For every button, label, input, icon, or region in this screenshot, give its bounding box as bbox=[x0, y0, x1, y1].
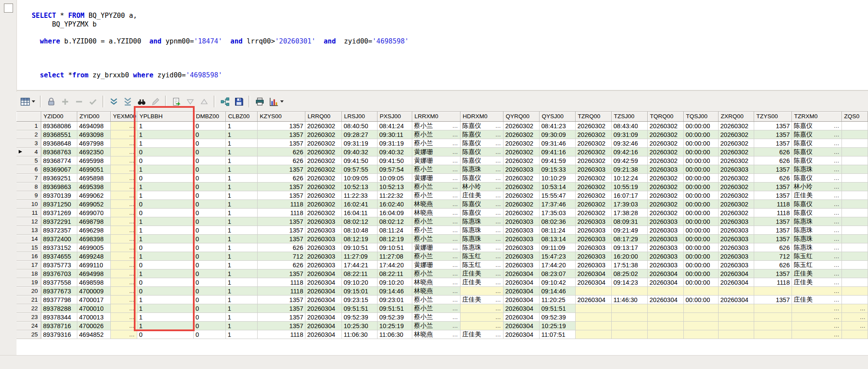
cell-lrsj00[interactable]: 08:10:48 bbox=[342, 226, 378, 235]
cell-dmbz00[interactable]: 0 bbox=[194, 243, 226, 252]
cell-zqs00[interactable] bbox=[842, 191, 868, 200]
cell-tzrq00[interactable]: 20260304 bbox=[576, 296, 612, 304]
cell-qyrq00[interactable]: 20260304 bbox=[504, 330, 540, 339]
cell-tzrq00[interactable]: 20260303 bbox=[576, 261, 612, 269]
cell-ellipsis-button[interactable]: … bbox=[127, 324, 135, 328]
cell-ellipsis-button[interactable]: … bbox=[494, 237, 501, 241]
cell-tzsj00[interactable]: 16:07:17 bbox=[612, 191, 648, 200]
cell-ellipsis-button[interactable]: … bbox=[127, 185, 135, 189]
cell-lrsj00[interactable]: 10:25:30 bbox=[342, 322, 378, 330]
cell-tzsj00[interactable]: 17:51:38 bbox=[612, 261, 648, 269]
cell-ellipsis-button[interactable]: … bbox=[127, 298, 135, 302]
cell-tzrxm0[interactable]: 陈嘉仪… bbox=[792, 156, 842, 165]
cell-zqs00[interactable] bbox=[842, 330, 868, 339]
cell-lrsj00[interactable]: 16:02:41 bbox=[342, 200, 378, 209]
cell-ellipsis-button[interactable]: … bbox=[451, 306, 458, 311]
cell-yexm00[interactable]: … bbox=[111, 174, 137, 183]
cell-qysj00[interactable]: 09:52:39 bbox=[540, 313, 576, 322]
row-number-cell[interactable]: 11 bbox=[17, 209, 41, 217]
cell-lrrq00[interactable]: 20260303 bbox=[305, 217, 342, 226]
cell-tzys00[interactable] bbox=[754, 287, 792, 296]
cell-pxsj00[interactable]: 09:30:11 bbox=[378, 130, 412, 139]
cell-tqsj00[interactable]: 00:00:00 bbox=[684, 139, 719, 148]
cell-tzrq00[interactable]: 20260302 bbox=[576, 174, 612, 183]
cell-yplbbh[interactable]: 1 bbox=[137, 130, 194, 139]
cell-zqs00[interactable] bbox=[842, 296, 868, 304]
row-number-cell[interactable]: 7 bbox=[17, 174, 41, 183]
row-number-cell[interactable]: 21 bbox=[17, 296, 41, 304]
cell-tzsj00[interactable]: 10:55:19 bbox=[612, 183, 648, 191]
cell-dmbz00[interactable]: 0 bbox=[194, 183, 226, 191]
cell-tzrq00[interactable]: 20260302 bbox=[576, 130, 612, 139]
cell-lrsj00[interactable]: 08:02:12 bbox=[342, 217, 378, 226]
cell-qyrq00[interactable]: 20260303 bbox=[504, 226, 540, 235]
cell-tzrxm0[interactable]: … bbox=[792, 304, 842, 313]
cell-kzys00[interactable]: 1357 bbox=[258, 322, 305, 330]
cell-zqs00[interactable] bbox=[842, 278, 868, 287]
cell-ellipsis-button[interactable]: … bbox=[451, 202, 458, 206]
column-header-yzid00[interactable]: YZID00 bbox=[41, 112, 77, 122]
cell-dmbz00[interactable]: 0 bbox=[194, 165, 226, 174]
cell-lrrq00[interactable]: 20260304 bbox=[305, 278, 342, 287]
cell-tqrq00[interactable]: 20260302 bbox=[648, 156, 684, 165]
cell-yexm00[interactable]: … bbox=[111, 296, 137, 304]
cell-yzid00[interactable]: 89379316 bbox=[41, 330, 77, 339]
cell-hdrxm0[interactable]: 陈惠珠… bbox=[461, 235, 504, 243]
cell-tqsj00[interactable]: 00:00:00 bbox=[684, 296, 719, 304]
cell-ellipsis-button[interactable]: … bbox=[451, 237, 458, 241]
cell-dmbz00[interactable]: 0 bbox=[194, 330, 226, 339]
cell-yexm00[interactable]: … bbox=[111, 304, 137, 313]
cell-tzrq00[interactable] bbox=[576, 304, 612, 313]
cell-yplbbh[interactable]: 1 bbox=[137, 165, 194, 174]
cell-zxrq00[interactable]: 20260303 bbox=[719, 261, 754, 269]
cell-kzys00[interactable]: 1118 bbox=[258, 330, 305, 339]
cell-ellipsis-button[interactable]: … bbox=[451, 332, 458, 337]
cell-pxsj00[interactable]: 08:41:24 bbox=[378, 122, 412, 130]
row-number-cell[interactable]: 10 bbox=[17, 200, 41, 209]
cell-ellipsis-button[interactable]: … bbox=[494, 211, 501, 215]
cell-ellipsis-button[interactable]: … bbox=[127, 133, 135, 137]
column-header-qyrq00[interactable]: QYRQ00 bbox=[504, 112, 540, 122]
cell-zqs00[interactable] bbox=[842, 252, 868, 261]
cell-ellipsis-button[interactable]: … bbox=[127, 141, 135, 146]
cell-zqs00[interactable]: … bbox=[842, 313, 868, 322]
cell-yexm00[interactable]: … bbox=[111, 322, 137, 330]
column-header-pxsj00[interactable]: PXSJ00 bbox=[378, 112, 412, 122]
cell-lrsj00[interactable]: 10:09:05 bbox=[342, 174, 378, 183]
cell-tzrq00[interactable]: 20260302 bbox=[576, 156, 612, 165]
cell-yplbbh[interactable]: 1 bbox=[137, 122, 194, 130]
cell-tzrxm0[interactable]: 陈嘉仪… bbox=[792, 122, 842, 130]
row-number-cell[interactable]: 2 bbox=[17, 130, 41, 139]
cell-ellipsis-button[interactable]: … bbox=[451, 185, 458, 189]
cell-lrrxm0[interactable]: 蔡小兰… bbox=[412, 304, 461, 313]
cell-lrrxm0[interactable]: 黄娜珊… bbox=[412, 148, 461, 156]
cell-qyrq00[interactable]: 20260302 bbox=[504, 156, 540, 165]
cell-tzsj00[interactable]: 09:42:16 bbox=[612, 148, 648, 156]
cell-yexm00[interactable]: … bbox=[111, 139, 137, 148]
cell-kzys00[interactable]: 1118 bbox=[258, 209, 305, 217]
find-button[interactable] bbox=[135, 95, 148, 108]
cell-yplbbh[interactable]: 1 bbox=[137, 183, 194, 191]
cell-yzid00[interactable]: 89372400 bbox=[41, 235, 77, 243]
cell-ellipsis-button[interactable]: … bbox=[127, 159, 135, 163]
cell-qyrq00[interactable]: 20260304 bbox=[504, 269, 540, 278]
cell-dmbz00[interactable]: 0 bbox=[194, 130, 226, 139]
cell-dmbz00[interactable]: 0 bbox=[194, 156, 226, 165]
cell-ellipsis-button[interactable]: … bbox=[494, 176, 501, 180]
cell-tzrxm0[interactable]: 庄佳美… bbox=[792, 269, 842, 278]
cell-tqsj00[interactable]: 00:00:00 bbox=[684, 261, 719, 269]
cell-dmbz00[interactable]: 0 bbox=[194, 313, 226, 322]
cell-yplbbh[interactable]: 1 bbox=[137, 235, 194, 243]
cell-tqrq00[interactable]: 20260304 bbox=[648, 278, 684, 287]
cell-ellipsis-button[interactable]: … bbox=[451, 193, 458, 198]
cell-zyid00[interactable]: 4698398 bbox=[77, 235, 111, 243]
cell-qyrq00[interactable]: 20260304 bbox=[504, 296, 540, 304]
cell-yexm00[interactable]: … bbox=[111, 278, 137, 287]
cell-yplbbh[interactable]: 1 bbox=[137, 226, 194, 235]
column-header-lrrq00[interactable]: LRRQ00 bbox=[305, 112, 342, 122]
cell-qysj00[interactable]: 09:11:09 bbox=[540, 243, 576, 252]
cell-zqs00[interactable] bbox=[842, 200, 868, 209]
insert-record-button[interactable] bbox=[59, 95, 72, 108]
column-header-zxrq00[interactable]: ZXRQ00 bbox=[719, 112, 754, 122]
cell-tzys00[interactable] bbox=[754, 313, 792, 322]
